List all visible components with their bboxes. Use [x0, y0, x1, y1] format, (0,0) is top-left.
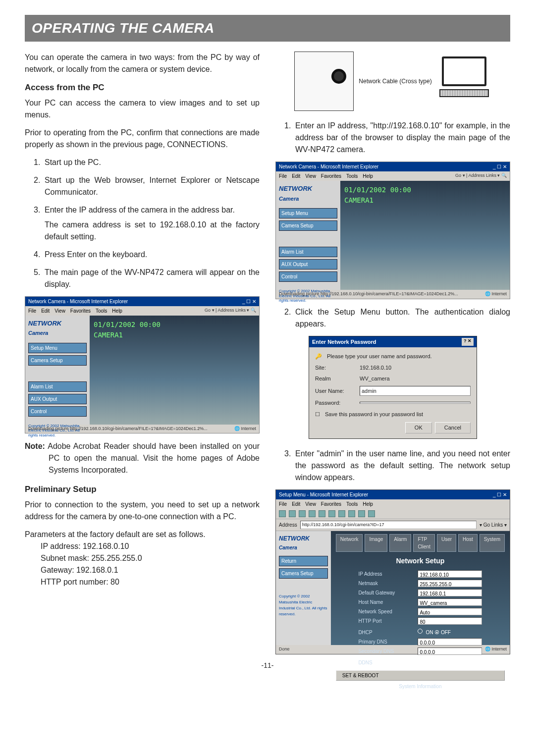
auth-title-buttons[interactable]: ? ✕: [462, 338, 474, 346]
tab-system[interactable]: System: [480, 534, 505, 552]
menu-item[interactable]: Help: [112, 307, 122, 315]
field-input[interactable]: 255.255.255.0: [418, 580, 482, 587]
sidebar-btn[interactable]: AUX Output: [28, 394, 87, 404]
sidebar-btn[interactable]: Setup Menu: [279, 208, 337, 218]
menu-item[interactable]: Tools: [96, 307, 107, 315]
tab-network[interactable]: Network: [336, 534, 363, 552]
search-icon[interactable]: [328, 510, 335, 517]
menu-item[interactable]: Edit: [292, 172, 300, 180]
windowtitlebar: Network Camera - Microsoft Internet Expl…: [25, 297, 259, 306]
tab-user[interactable]: User: [437, 534, 456, 552]
field-input[interactable]: 0.0.0.0: [418, 638, 482, 646]
right-column: Network Cable (Cross type) 1. Enter an I…: [275, 52, 510, 654]
field-radio[interactable]: ON ⦿ OFF: [418, 659, 482, 666]
sidebar-btn[interactable]: Camera Setup: [279, 220, 337, 231]
ok-button[interactable]: OK: [405, 422, 432, 433]
default-parameters: IP address: 192.168.0.10 Subnet mask: 25…: [25, 540, 260, 588]
overlay-camera-label: CAMERA1: [344, 195, 506, 206]
menu-item[interactable]: Tools: [346, 500, 358, 508]
address-field[interactable]: http://192.168.0.10/cgi-bin/camera?ID=17: [300, 521, 477, 530]
auth-body: 🔑 Please type your user name and passwor…: [309, 347, 477, 438]
field-select[interactable]: Auto: [418, 608, 482, 615]
menu-item[interactable]: File: [279, 172, 287, 180]
menubar: File Edit View Favorites Tools Help Go ▾…: [276, 171, 510, 181]
tab-ftp[interactable]: FTP Client: [413, 534, 435, 552]
cancel-button[interactable]: Cancel: [435, 422, 471, 433]
setup-address-bar: Address http://192.168.0.10/cgi-bin/came…: [276, 519, 510, 532]
field-input[interactable]: 192.168.0.10: [418, 570, 482, 578]
sidebar-btn[interactable]: AUX Output: [279, 259, 337, 270]
screenshot-main-page: Network Camera - Microsoft Internet Expl…: [25, 296, 260, 434]
set-reboot-button[interactable]: SET & REBOOT: [336, 670, 505, 681]
sidebar-btn[interactable]: Control: [279, 271, 337, 282]
forward-icon[interactable]: [289, 510, 296, 517]
sidebar-btn[interactable]: Control: [28, 406, 87, 417]
menu-item[interactable]: Help: [363, 172, 373, 180]
field-input[interactable]: 80: [418, 617, 482, 625]
browser-body: NETWORK Camera Setup Menu Camera Setup A…: [25, 316, 259, 425]
status-zone: 🌐 Internet: [485, 291, 507, 298]
camera-diagram: [294, 52, 354, 111]
sidebar-btn[interactable]: Camera Setup: [28, 355, 87, 366]
tab-host[interactable]: Host: [458, 534, 478, 552]
menu-item[interactable]: File: [28, 307, 36, 315]
mail-icon[interactable]: [358, 510, 365, 517]
access-p2: Prior to operating from the PC, confirm …: [25, 127, 260, 151]
sidebar-btn[interactable]: Return: [279, 556, 328, 566]
menu-item[interactable]: File: [279, 500, 287, 508]
address-go[interactable]: ▾ Go Links ▾: [480, 521, 507, 529]
right-steps: 1. Enter an IP address, "http://192.168.…: [275, 120, 510, 156]
save-checkbox[interactable]: ☐: [315, 410, 320, 419]
field-label: Secondary DNS: [358, 648, 413, 655]
note-label: Note:: [25, 442, 45, 450]
menu-item[interactable]: Favorites: [70, 307, 91, 315]
back-icon[interactable]: [279, 510, 286, 517]
step-text: Enter the IP address of the camera in th…: [45, 204, 260, 243]
note-block: Note: Adobe Acrobat Reader should have b…: [25, 440, 260, 476]
step-5: 5. The main page of the WV-NP472 camera …: [34, 267, 260, 290]
print-icon[interactable]: [368, 510, 375, 517]
statusbar: Downloading picture http://192.168.0.10/…: [276, 290, 510, 299]
menu-item[interactable]: Edit: [292, 500, 300, 508]
field-input[interactable]: WV_camera: [418, 598, 482, 606]
sidebar-btn[interactable]: Camera Setup: [279, 568, 328, 579]
setup-menubar: File Edit View Favorites Tools Help: [276, 499, 510, 509]
status-zone: 🌐 Internet: [234, 426, 256, 432]
menu-item[interactable]: Favorites: [321, 172, 341, 180]
menu-item[interactable]: Help: [363, 500, 373, 508]
menu-item[interactable]: Tools: [346, 172, 358, 180]
field-radio[interactable]: ON ⦿ OFF: [418, 629, 482, 636]
field-input[interactable]: 192.168.0.1: [418, 589, 482, 596]
sidebar-btn[interactable]: Alarm List: [279, 247, 337, 257]
username-input[interactable]: admin: [360, 386, 471, 396]
password-input[interactable]: [360, 402, 471, 404]
menu-item[interactable]: Favorites: [321, 500, 341, 508]
window-controls: _ ☐ ✕: [242, 298, 256, 305]
radio-icon[interactable]: [418, 659, 423, 664]
step-num: 1.: [34, 157, 45, 168]
stop-icon[interactable]: [299, 510, 306, 517]
page-title: OPERATING THE CAMERA: [25, 15, 510, 42]
menubar: File Edit View Favorites Tools Help Go ▾…: [25, 306, 259, 316]
home-icon[interactable]: [319, 510, 325, 517]
overlay-timestamp: 01/01/2002 00:00: [94, 320, 255, 330]
history-icon[interactable]: [348, 510, 355, 517]
field-input[interactable]: 0.0.0.0: [418, 648, 482, 655]
radio-icon[interactable]: [418, 629, 423, 634]
favorites-icon[interactable]: [338, 510, 345, 517]
tab-alarm[interactable]: Alarm: [389, 534, 411, 552]
step-text: Start up the Web browser, Internet Explo…: [45, 174, 260, 198]
right-step-3: 3. Enter "admin" in the user name line, …: [284, 448, 510, 484]
sidebar-btn[interactable]: Alarm List: [28, 381, 87, 392]
menu-item[interactable]: Edit: [41, 307, 50, 315]
menu-item[interactable]: View: [54, 307, 65, 315]
menu-item[interactable]: View: [305, 172, 316, 180]
overlay-timestamp: 01/01/2002 00:00: [344, 185, 506, 195]
row-dns2: Secondary DNS 0.0.0.0: [336, 648, 505, 655]
sidebar-btn[interactable]: Setup Menu: [28, 343, 87, 353]
row-netspeed: Network Speed Auto: [336, 608, 505, 615]
tab-image[interactable]: Image: [365, 534, 387, 552]
menu-item[interactable]: View: [305, 500, 316, 508]
right-steps-3: 3. Enter "admin" in the user name line, …: [275, 448, 510, 484]
refresh-icon[interactable]: [309, 510, 316, 517]
